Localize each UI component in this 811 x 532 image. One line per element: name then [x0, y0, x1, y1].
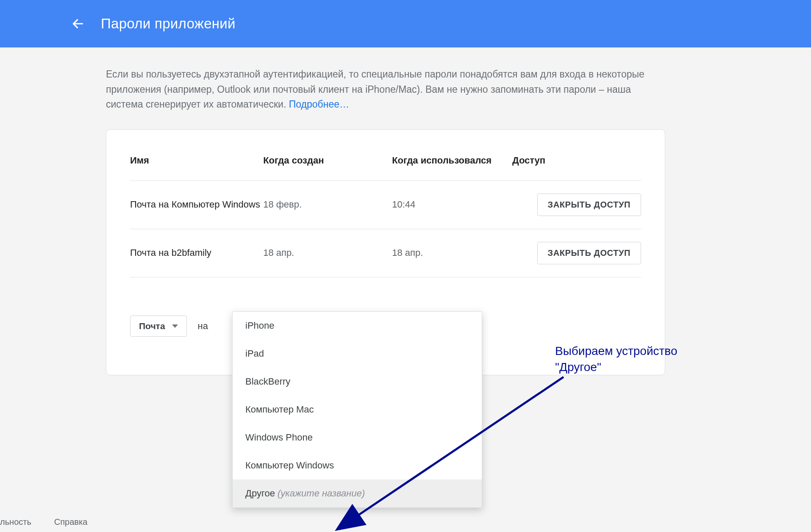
option-label: BlackBerry — [245, 376, 290, 387]
page-title: Пароли приложений — [101, 16, 236, 32]
option-label: Windows Phone — [245, 432, 313, 443]
col-header-access: Доступ — [512, 155, 641, 181]
device-select-menu: iPhone iPad BlackBerry Компьютер Mac Win… — [232, 311, 482, 508]
cell-used: 18 апр. — [392, 229, 512, 277]
col-header-used: Когда использовался — [392, 155, 512, 181]
app-select[interactable]: Почта — [130, 316, 187, 337]
option-label: Компьютер Mac — [245, 404, 314, 415]
back-button[interactable] — [68, 14, 88, 34]
device-option-mac[interactable]: Компьютер Mac — [233, 396, 482, 424]
cell-created: 18 апр. — [263, 229, 392, 277]
app-passwords-table: Имя Когда создан Когда использовался Дос… — [130, 155, 641, 277]
footer-links: льность Справка — [0, 517, 87, 527]
device-option-windows-pc[interactable]: Компьютер Windows — [233, 452, 482, 479]
selector-conjunction: на — [198, 321, 208, 332]
device-option-ipad[interactable]: iPad — [233, 340, 482, 368]
option-label: Компьютер Windows — [245, 460, 334, 471]
cell-name: Почта на b2bfamily — [130, 229, 263, 277]
col-header-name: Имя — [130, 155, 263, 181]
option-label: iPad — [245, 348, 264, 359]
option-label: Другое — [245, 488, 278, 499]
arrow-left-icon — [71, 17, 85, 30]
app-select-label: Почта — [139, 321, 165, 331]
footer-link-help[interactable]: Справка — [54, 517, 87, 527]
device-option-windows-phone[interactable]: Windows Phone — [233, 424, 482, 452]
intro-text: Если вы пользуетесь двухэтапной аутентиф… — [106, 67, 661, 112]
table-row: Почта на b2bfamily 18 апр. 18 апр. ЗАКРЫ… — [130, 229, 641, 277]
option-hint: (укажите название) — [278, 488, 365, 499]
intro-body: Если вы пользуетесь двухэтапной аутентиф… — [106, 69, 644, 110]
cell-created: 18 февр. — [263, 180, 392, 229]
learn-more-link[interactable]: Подробнее… — [289, 99, 349, 110]
revoke-access-button[interactable]: ЗАКРЫТЬ ДОСТУП — [537, 194, 641, 216]
device-option-other[interactable]: Другое (укажите название) — [233, 479, 482, 507]
option-label: iPhone — [245, 320, 275, 331]
cell-used: 10:44 — [392, 180, 512, 229]
table-row: Почта на Компьютер Windows 18 февр. 10:4… — [130, 180, 641, 229]
device-option-blackberry[interactable]: BlackBerry — [233, 368, 482, 396]
footer-link-privacy[interactable]: льность — [0, 517, 31, 527]
new-password-selector: Почта на — [130, 316, 208, 337]
app-header: Пароли приложений — [0, 0, 811, 47]
cell-name: Почта на Компьютер Windows — [130, 180, 263, 229]
device-option-iphone[interactable]: iPhone — [233, 312, 482, 340]
intro-section: Если вы пользуетесь двухэтапной аутентиф… — [0, 47, 661, 112]
caret-down-icon — [172, 324, 178, 328]
revoke-access-button[interactable]: ЗАКРЫТЬ ДОСТУП — [537, 242, 641, 264]
col-header-created: Когда создан — [263, 155, 392, 181]
